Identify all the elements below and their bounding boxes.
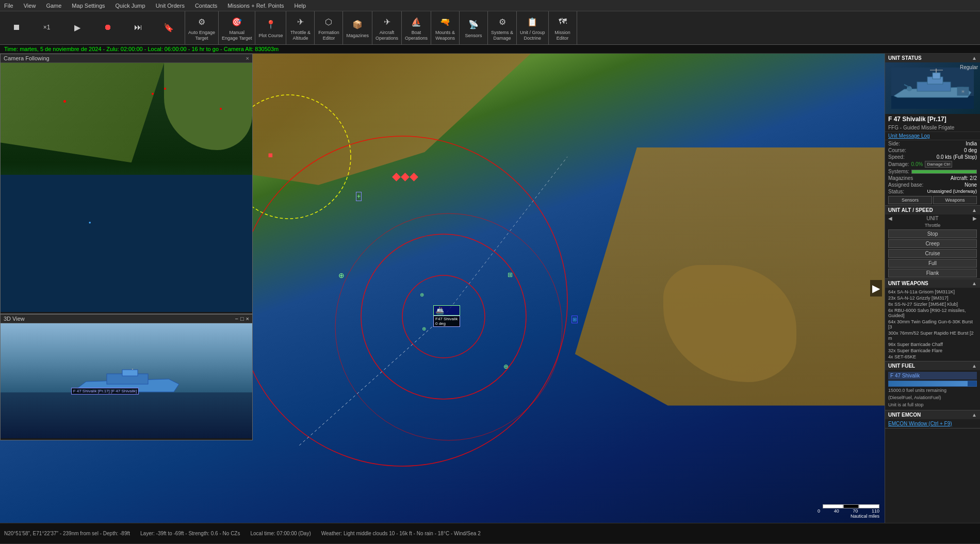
view3d-window: 3D View − □ × bbox=[0, 314, 253, 440]
menu-view[interactable]: View bbox=[22, 3, 38, 9]
record-button[interactable]: ⏺ bbox=[93, 19, 122, 37]
unit-marker-6[interactable]: ⊕ bbox=[503, 363, 509, 370]
unit-status-header: UNIT STATUS ▲ bbox=[885, 54, 980, 62]
camera-title-text: Camera Following bbox=[4, 55, 50, 61]
emcon-window-label[interactable]: EMCON Window (Ctrl + F9) bbox=[888, 421, 977, 426]
damage-ctrl-button[interactable]: Damage Ctrl bbox=[925, 161, 952, 168]
nav-arrow-right[interactable]: ▶ bbox=[870, 280, 882, 296]
sensors-tab-button[interactable]: Sensors bbox=[888, 196, 932, 204]
creep-throttle-button[interactable]: Creep bbox=[888, 239, 977, 248]
weapon-item-5[interactable]: 64x 30mm Twin Gatling Gun-6-30K Burst [3 bbox=[888, 319, 977, 330]
play-button[interactable]: ▶ bbox=[63, 19, 91, 37]
menu-game[interactable]: Game bbox=[44, 3, 63, 9]
boat-ops-label: BoatOperations bbox=[405, 30, 428, 41]
sensors-weapons-buttons: Sensors Weapons bbox=[885, 195, 980, 205]
menu-unit-orders[interactable]: Unit Orders bbox=[154, 3, 187, 9]
view3d-maximize-button[interactable]: □ bbox=[240, 316, 244, 322]
formation-icon: ⬡ bbox=[321, 14, 336, 29]
unit-shivalik[interactable]: 🚢 F47 Shivalik0 deg bbox=[433, 305, 460, 327]
systems-label: Systems: bbox=[888, 169, 909, 174]
unit-status-section: UNIT STATUS ▲ bbox=[885, 54, 980, 206]
plot-course-icon: 📍 bbox=[264, 18, 278, 32]
flank-throttle-button[interactable]: Flank bbox=[888, 269, 977, 277]
cruise-throttle-button[interactable]: Cruise bbox=[888, 249, 977, 258]
auto-engage-icon: ⚙ bbox=[194, 14, 209, 29]
stop-throttle-button[interactable]: Stop bbox=[888, 229, 977, 238]
svg-rect-9 bbox=[122, 370, 138, 376]
bookmark-icon: 🔖 bbox=[161, 20, 176, 35]
stop-playback-button[interactable]: ⏹ bbox=[2, 19, 30, 37]
speed-value: 0.0 kts (Full Stop) bbox=[937, 154, 977, 160]
unit-speed-row: Speed: 0.0 kts (Full Stop) bbox=[885, 154, 980, 160]
map-area[interactable]: Seleced: 1x F 47 Shivalik [Pl.17] ◆ ◆ ◆◆… bbox=[0, 54, 885, 523]
menu-quick-jump[interactable]: Quick Jump bbox=[113, 3, 148, 9]
unit-marker-5[interactable]: ⊕ bbox=[422, 326, 426, 332]
manual-engage-button[interactable]: 🎯 ManualEngage Target bbox=[219, 11, 255, 44]
weapon-item-7[interactable]: 96x Super Barricade Chaff bbox=[888, 341, 977, 348]
aircraft-ops-button[interactable]: ✈ AircraftOperations bbox=[372, 11, 402, 44]
menu-missions[interactable]: Missions + Ref. Points bbox=[225, 3, 286, 9]
sensors-button[interactable]: 📡 Sensors bbox=[460, 11, 488, 44]
weapon-item-2[interactable]: 23x SA-N-12 Grizzly [9M317] bbox=[888, 295, 977, 301]
fuel-collapse[interactable]: ▲ bbox=[972, 363, 977, 369]
menu-file[interactable]: File bbox=[2, 3, 15, 9]
menu-help[interactable]: Help bbox=[292, 3, 308, 9]
weapon-item-8[interactable]: 32x Super Barricade Flare bbox=[888, 348, 977, 354]
unit-marker-3[interactable]: ⊞ bbox=[508, 271, 513, 278]
throttle-altitude-button[interactable]: ✈ Throttle &Altitude bbox=[286, 11, 315, 44]
unit-marker-4[interactable]: ⊕ bbox=[420, 292, 424, 298]
magazines-label: Magazines bbox=[888, 175, 913, 181]
mission-editor-button[interactable]: 🗺 MissionEditor bbox=[549, 11, 577, 44]
throttle-label: Throttle &Altitude bbox=[290, 30, 311, 41]
systems-damage-button[interactable]: ⚙ Systems &Damage bbox=[488, 11, 517, 44]
alt-speed-collapse[interactable]: ▲ bbox=[972, 207, 977, 213]
ruler-bar bbox=[823, 504, 879, 508]
left-arrow-speed[interactable]: ◀ bbox=[888, 216, 892, 221]
fast-forward-button[interactable]: ⏭ bbox=[124, 19, 152, 37]
auto-engage-button[interactable]: ⚙ Auto EngageTarget bbox=[185, 11, 219, 44]
camera-title-bar[interactable]: Camera Following × bbox=[1, 54, 252, 63]
unit-marker-7[interactable]: ⊞ bbox=[571, 316, 578, 323]
right-arrow-speed[interactable]: ▶ bbox=[973, 216, 977, 221]
weapon-item-3[interactable]: 8x SS-N-27 Sizzler [3M54E] Klub] bbox=[888, 301, 977, 307]
fuel-header: UNIT FUEL ▲ bbox=[885, 361, 980, 370]
boat-ops-button[interactable]: ⛵ BoatOperations bbox=[402, 11, 431, 44]
toolbar: ⏹ ×1 ▶ ⏺ ⏭ 🔖 ⚙ Auto EngageTarget 🎯 Manua… bbox=[0, 11, 980, 45]
main-content: Seleced: 1x F 47 Shivalik [Pl.17] ◆ ◆ ◆◆… bbox=[0, 54, 980, 523]
camera-close-button[interactable]: × bbox=[246, 55, 249, 61]
assigned-base-value: None bbox=[965, 182, 977, 188]
view3d-title-bar[interactable]: 3D View − □ × bbox=[1, 315, 252, 323]
full-throttle-button[interactable]: Full bbox=[888, 259, 977, 268]
unit-message-log-link[interactable]: Unit Message Log bbox=[885, 132, 980, 140]
fast-forward-icon: ⏭ bbox=[131, 20, 145, 35]
alt-speed-title: UNIT ALT / SPEED bbox=[888, 207, 933, 213]
bookmark-button[interactable]: 🔖 bbox=[154, 19, 183, 37]
weather-display: Weather: Light middle clouds 10 - 16k ft… bbox=[321, 531, 481, 536]
menu-contacts[interactable]: Contacts bbox=[193, 3, 219, 9]
unit-marker-2[interactable]: ⊕ bbox=[338, 271, 345, 279]
hostile-marker-3[interactable]: ◆◆◆ bbox=[392, 170, 418, 183]
course-label: Course: bbox=[888, 147, 906, 153]
emcon-collapse[interactable]: ▲ bbox=[972, 412, 977, 418]
weapon-item-1[interactable]: 64x SA-N-11a Grisom [9M311K] bbox=[888, 289, 977, 295]
weapon-item-4[interactable]: 6x RBU-6000 Salvo [R90-12 missiles, Guid… bbox=[888, 307, 977, 319]
unit-group-doctrine-button[interactable]: 📋 Unit / GroupDoctrine bbox=[517, 11, 549, 44]
mounts-weapons-button[interactable]: 🔫 Mounts &Weapons bbox=[431, 11, 460, 44]
unit-emcon-section: UNIT EMCON ▲ EMCON Window (Ctrl + F9) bbox=[885, 410, 980, 428]
fuel-type: (DieselFuel, AviationFuel) bbox=[888, 394, 977, 401]
menu-map-settings[interactable]: Map Settings bbox=[70, 3, 107, 9]
formation-editor-button[interactable]: ⬡ FormationEditor bbox=[315, 11, 343, 44]
fuel-unit-name: F 47 Shivalik bbox=[888, 372, 977, 380]
view3d-minimize-button[interactable]: − bbox=[235, 316, 238, 322]
emcon-title: UNIT EMCON bbox=[888, 412, 921, 418]
view3d-close-button[interactable]: × bbox=[246, 316, 249, 322]
unit-marker-1[interactable]: + bbox=[356, 192, 362, 201]
unit-status-collapse[interactable]: ▲ bbox=[972, 55, 977, 61]
weapons-collapse[interactable]: ▲ bbox=[972, 281, 977, 286]
plot-course-button[interactable]: 📍 Plot Course bbox=[255, 11, 286, 44]
weapons-tab-button[interactable]: Weapons bbox=[933, 196, 977, 204]
weapons-title: UNIT WEAPONS bbox=[888, 281, 928, 286]
weapon-item-9[interactable]: 4x SET-65KE bbox=[888, 354, 977, 360]
magazines-button[interactable]: 📦 Magazines bbox=[343, 11, 372, 44]
weapon-item-6[interactable]: 300x 76mm/52 Super Rapido HE Burst [2 m bbox=[888, 330, 977, 341]
